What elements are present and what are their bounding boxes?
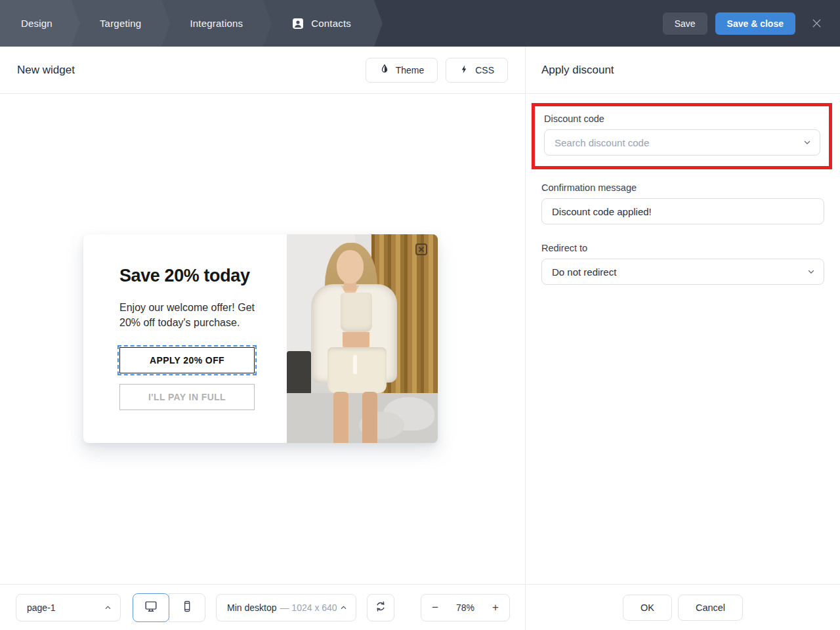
tab-contacts-label: Contacts [311,18,351,29]
photo-model-leg [333,392,348,443]
widget-editor: Design Targeting Integrations Contacts S… [0,0,840,630]
device-toggle [133,593,205,622]
screen-size-select[interactable]: Min desktop — 1024 x 640 [216,594,356,621]
desktop-monitor-icon [144,599,158,616]
zoom-in-button[interactable]: + [486,598,505,618]
css-button[interactable]: CSS [446,58,508,83]
theme-droplet-icon [379,64,390,76]
theme-button-label: Theme [396,65,425,75]
mobile-view-button[interactable] [169,593,205,622]
contact-card-icon [291,17,304,30]
widget-headline: Save 20% today [119,266,287,286]
widget-preview-card[interactable]: Save 20% today Enjoy our welcome offer! … [83,234,438,443]
tab-integrations-label: Integrations [190,18,243,29]
tab-targeting[interactable]: Targeting [72,0,171,47]
pay-in-full-button[interactable]: I'LL PAY IN FULL [119,384,255,410]
panel-title: Apply discount [526,47,840,94]
tab-design-label: Design [21,18,52,29]
confirmation-message-label: Confirmation message [541,182,824,193]
screen-size-name: Min desktop [227,602,276,613]
zoom-out-button[interactable]: − [425,598,445,618]
panel-body: Discount code Confirmation message Redir… [526,94,840,285]
confirmation-message-input[interactable] [552,206,800,217]
topbar: Design Targeting Integrations Contacts S… [0,0,840,47]
canvas-footer: page-1 Min desktop — 1024 x 640 [0,584,525,630]
page-select[interactable]: page-1 [16,594,121,621]
tab-bar: Design Targeting Integrations Contacts [0,0,663,47]
cancel-button[interactable]: Cancel [678,595,743,621]
redirect-to-label: Redirect to [541,243,824,253]
redirect-select-value: Do not redirect [552,266,616,278]
widget-toolbar: New widget Theme CSS [0,47,525,94]
discount-code-input[interactable] [555,137,796,148]
mobile-phone-icon [180,600,194,615]
photo-model-drawstring [353,355,357,374]
chevron-up-icon [340,604,347,611]
widget-photo [287,234,438,443]
photo-model-face [337,250,364,284]
zoom-level: 78% [456,602,474,613]
preview-canvas: Save 20% today Enjoy our welcome offer! … [0,94,525,584]
photo-background-item [287,351,311,397]
photo-model-shorts [327,347,387,393]
panel-footer: OK Cancel [526,584,840,630]
tab-design[interactable]: Design [0,0,80,47]
zoom-control: − 78% + [421,594,510,621]
discount-code-select[interactable] [544,129,820,156]
desktop-view-button[interactable] [133,593,169,622]
confirmation-message-field[interactable] [541,198,824,224]
subbar-actions: Theme CSS [366,58,508,83]
redirect-group: Redirect to Do not redirect [541,243,824,285]
chevron-down-icon [803,138,811,146]
chevron-up-icon [104,604,112,611]
photo-model-top [341,293,372,332]
refresh-button[interactable] [367,594,394,621]
save-and-close-button[interactable]: Save & close [715,12,795,35]
redirect-select[interactable]: Do not redirect [541,259,824,285]
tab-contacts[interactable]: Contacts [263,0,383,47]
tab-targeting-label: Targeting [100,18,142,29]
css-button-label: CSS [475,65,494,75]
topbar-actions: Save Save & close [663,0,840,47]
widget-close-icon[interactable] [415,243,427,255]
discount-code-label: Discount code [544,114,820,124]
save-button[interactable]: Save [663,12,707,35]
lightning-bolt-icon [459,64,469,76]
refresh-icon [374,600,387,615]
tab-integrations[interactable]: Integrations [161,0,272,47]
page-select-value: page-1 [27,602,56,613]
settings-panel: Apply discount Discount code Confirmatio… [525,47,840,630]
screen-size-dimensions: — 1024 x 640 [280,602,337,613]
widget-name: New widget [17,64,75,77]
theme-button[interactable]: Theme [366,58,438,83]
photo-model-leg [362,392,377,443]
chevron-down-icon [807,268,815,276]
widget-body-text: Enjoy our welcome offer! Get 20% off tod… [119,301,259,330]
ok-button[interactable]: OK [623,595,672,621]
widget-content: Save 20% today Enjoy our welcome offer! … [83,234,287,443]
confirmation-message-group: Confirmation message [541,182,824,224]
discount-code-highlight: Discount code [532,103,832,169]
apply-discount-button[interactable]: APPLY 20% OFF [119,347,255,373]
close-icon[interactable] [807,14,826,33]
